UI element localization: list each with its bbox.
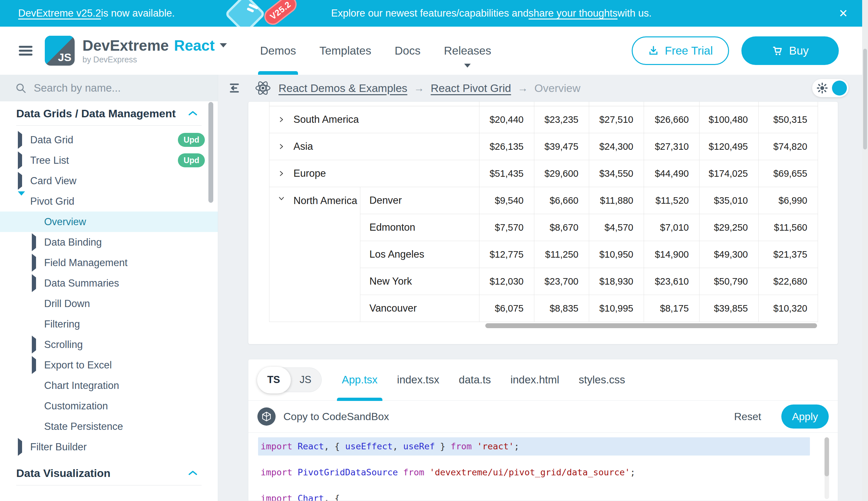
- pivot-value-cell: $23,235: [534, 106, 589, 133]
- sidebar-item-tree-list[interactable]: Tree ListUpd: [0, 150, 218, 171]
- code-editor[interactable]: import React, { useEffect, useRef } from…: [248, 433, 838, 501]
- theme-toggle-knob[interactable]: [832, 81, 847, 96]
- pivot-value-cell: $20,440: [480, 106, 534, 133]
- lang-option-js[interactable]: JS: [289, 374, 321, 386]
- tab-styles-css[interactable]: styles.css: [579, 359, 625, 401]
- pivot-row-asia[interactable]: Asia: [270, 133, 480, 160]
- breadcrumb-arrow: →: [517, 82, 528, 94]
- code-line-2[interactable]: import PivotGridDataSource from 'devextr…: [258, 463, 838, 481]
- sidebar-item-customization[interactable]: Customization: [0, 396, 218, 416]
- sidebar-item-card-view[interactable]: Card View: [0, 171, 218, 191]
- sidebar-scrollbar[interactable]: [208, 102, 213, 203]
- release-version-link[interactable]: DevExtreme v25.2: [18, 8, 101, 19]
- tab-index-tsx[interactable]: index.tsx: [397, 359, 439, 401]
- share-thoughts-link[interactable]: share your thoughts: [528, 8, 617, 19]
- collapse-row-icon[interactable]: [278, 195, 285, 202]
- sidebar-item-data-summaries[interactable]: Data Summaries: [0, 273, 218, 294]
- sidebar-item-field-management[interactable]: Field Management: [0, 253, 218, 273]
- logo-framework-name: React: [174, 38, 215, 53]
- codesandbox-row: Copy to CodeSandBox Reset Apply: [248, 401, 838, 433]
- page-scrollbar[interactable]: [862, 0, 868, 501]
- expand-row-icon[interactable]: [278, 170, 285, 177]
- buy-button[interactable]: Buy: [741, 36, 839, 65]
- divider: [16, 485, 201, 486]
- code-token: ;: [514, 441, 519, 451]
- pivot-row-south-america[interactable]: South America: [270, 106, 480, 133]
- sidebar-item-data-binding[interactable]: Data Binding: [0, 232, 218, 253]
- collapse-sidebar-icon[interactable]: [228, 82, 241, 95]
- pivot-value-cell: $11,880: [589, 187, 644, 214]
- pivot-value-cell: $44,490: [644, 160, 700, 187]
- breadcrumb-demos-link[interactable]: React Demos & Examples: [278, 82, 407, 95]
- sidebar-section-data-grids[interactable]: Data Grids / Data Management: [0, 102, 218, 125]
- pivot-value-cell: $29,600: [534, 160, 589, 187]
- banner-close-icon[interactable]: ✕: [839, 7, 848, 20]
- pivot-row-label: South America: [294, 114, 359, 125]
- apply-button[interactable]: Apply: [781, 405, 829, 428]
- tab-App-tsx[interactable]: App.tsx: [342, 359, 377, 401]
- theme-toggle[interactable]: [812, 79, 848, 97]
- collapsed-arrow-icon: [32, 236, 37, 248]
- nav-templates[interactable]: Templates: [319, 26, 371, 75]
- sidebar-item-export-to-excel[interactable]: Export to Excel: [0, 355, 218, 375]
- hamburger-menu-icon[interactable]: [19, 44, 32, 57]
- devextreme-logo[interactable]: JS: [45, 36, 75, 66]
- pivot-cell-clipped: [700, 102, 759, 106]
- code-line-3[interactable]: import Chart, {: [258, 489, 838, 501]
- sidebar-items: Data GridUpdTree ListUpdCard ViewPivot G…: [0, 126, 218, 457]
- sidebar-item-data-grid[interactable]: Data GridUpd: [0, 130, 218, 150]
- pivot-grid-horizontal-scrollbar[interactable]: [485, 323, 817, 328]
- pivot-value-cell: $8,175: [644, 295, 700, 322]
- sidebar-item-chart-integration[interactable]: Chart Integration: [0, 375, 218, 396]
- nav-demos[interactable]: Demos: [260, 26, 296, 75]
- code-panel: TS JS App.tsxindex.tsxdata.tsindex.htmls…: [248, 359, 838, 501]
- logo-text[interactable]: DevExtreme React by DevExpress: [83, 38, 227, 64]
- sidebar-item-scrolling[interactable]: Scrolling: [0, 334, 218, 355]
- pivot-value-cell: $23,700: [534, 268, 589, 295]
- sidebar-item-drill-down[interactable]: Drill Down: [0, 294, 218, 314]
- reset-button[interactable]: Reset: [734, 411, 761, 423]
- codesandbox-icon[interactable]: [257, 407, 276, 426]
- code-token: import: [261, 467, 293, 477]
- nav-releases[interactable]: Releases: [444, 26, 491, 75]
- pivot-value-cell: $23,610: [644, 268, 700, 295]
- lang-option-ts[interactable]: TS: [258, 374, 289, 386]
- sidebar-item-overview[interactable]: Overview: [0, 212, 218, 232]
- search-placeholder: Search by name...: [34, 82, 121, 94]
- pivot-value-cell: $8,670: [534, 214, 589, 241]
- sidebar-item-label: State Persistence: [44, 421, 123, 433]
- tab-index-html[interactable]: index.html: [510, 359, 559, 401]
- sidebar-section-data-visualization[interactable]: Data Visualization: [0, 461, 218, 485]
- sidebar-item-state-persistence[interactable]: State Persistence: [0, 416, 218, 437]
- pivot-row-north-america[interactable]: North America: [270, 187, 360, 322]
- search-input[interactable]: Search by name...: [0, 75, 218, 102]
- language-toggle[interactable]: TS JS: [257, 367, 322, 392]
- collapsed-arrow-icon: [18, 175, 23, 187]
- sidebar-item-filtering[interactable]: Filtering: [0, 314, 218, 334]
- sun-icon: [816, 82, 828, 94]
- breadcrumb-pivotgrid-link[interactable]: React Pivot Grid: [431, 82, 511, 95]
- pivot-cell-clipped: [589, 102, 644, 106]
- pivot-value-cell: $14,900: [644, 241, 700, 268]
- updated-badge: Upd: [178, 153, 205, 167]
- framework-caret-icon[interactable]: [220, 43, 227, 47]
- free-trial-button[interactable]: Free Trial: [632, 36, 729, 65]
- code-token: React: [293, 441, 324, 451]
- sidebar-item-label: Export to Excel: [44, 359, 112, 371]
- tab-data-ts[interactable]: data.ts: [459, 359, 491, 401]
- release-banner-message: Explore our newest features/capabilities…: [331, 0, 651, 26]
- sidebar-item-label: Scrolling: [44, 339, 83, 351]
- code-vertical-scrollbar[interactable]: [824, 437, 829, 499]
- code-token: useEffect: [345, 441, 393, 451]
- nav-docs[interactable]: Docs: [395, 26, 421, 75]
- pivot-cell-clipped: [534, 102, 589, 106]
- pivot-city-edmonton: Edmonton: [360, 214, 480, 241]
- sidebar-item-pivot-grid[interactable]: Pivot Grid: [0, 191, 218, 212]
- sidebar-item-filter-builder[interactable]: Filter Builder: [0, 437, 218, 457]
- codesandbox-label[interactable]: Copy to CodeSandBox: [283, 411, 389, 423]
- expand-row-icon[interactable]: [278, 143, 285, 150]
- code-line-1[interactable]: import React, { useEffect, useRef } from…: [258, 437, 810, 456]
- pivot-row-europe[interactable]: Europe: [270, 160, 480, 187]
- pivot-value-cell: $12,775: [480, 241, 534, 268]
- expand-row-icon[interactable]: [278, 116, 285, 123]
